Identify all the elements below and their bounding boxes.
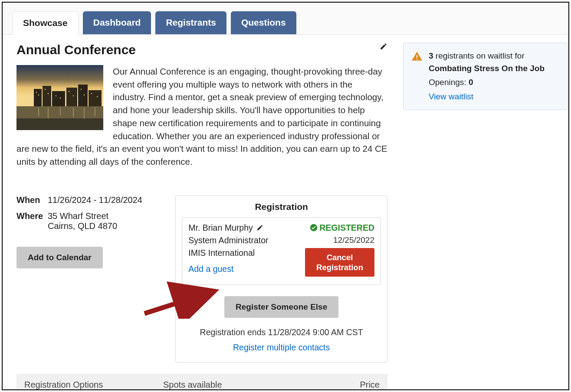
svg-rect-9: [36, 92, 37, 93]
registration-ends: Registration ends 11/28/2024 9:00 AM CST: [182, 327, 381, 337]
waitlist-count: 3: [429, 51, 433, 60]
edit-event-icon[interactable]: [380, 42, 387, 50]
waitlist-alert: 3 registrants on waitlist for Combating …: [403, 42, 568, 110]
tab-bar: Showcase Dashboard Registrants Questions: [3, 3, 568, 35]
svg-rect-14: [60, 98, 61, 98]
tab-dashboard[interactable]: Dashboard: [83, 11, 151, 34]
register-someone-else-button[interactable]: Register Someone Else: [224, 296, 338, 318]
svg-rect-16: [73, 95, 74, 96]
svg-rect-4: [43, 86, 51, 106]
svg-rect-13: [56, 95, 56, 96]
registration-date: 12/25/2022: [333, 235, 374, 245]
registration-status: REGISTERED: [319, 223, 374, 233]
waitlist-count-suffix: registrants on waitlist for: [436, 51, 525, 60]
svg-rect-24: [73, 108, 74, 117]
svg-rect-15: [69, 91, 69, 92]
cancel-registration-button[interactable]: Cancel Registration: [305, 248, 374, 277]
event-image: [16, 65, 103, 130]
add-guest-link[interactable]: Add a guest: [188, 264, 233, 274]
warning-icon: [411, 51, 423, 62]
tab-showcase[interactable]: Showcase: [12, 11, 79, 35]
waitlist-openings-label: Openings:: [429, 78, 466, 87]
svg-rect-25: [84, 108, 85, 119]
event-title: Annual Conference: [16, 42, 136, 57]
svg-rect-11: [45, 89, 46, 90]
registrant-org: IMIS International: [188, 248, 255, 258]
edit-registrant-icon[interactable]: [256, 224, 263, 231]
tab-registrants[interactable]: Registrants: [155, 11, 226, 34]
add-to-calendar-button[interactable]: Add to Calendar: [16, 247, 103, 268]
register-multiple-link[interactable]: Register multiple contacts: [182, 343, 381, 353]
where-line1: 35 Wharf Street: [48, 211, 117, 221]
check-circle-icon: [310, 224, 318, 232]
col-registration-options: Registration Options: [24, 380, 163, 390]
col-spots-available: Spots available: [163, 380, 336, 390]
where-line2: Cairns, QLD 4870: [48, 221, 117, 231]
svg-rect-3: [34, 89, 42, 106]
svg-rect-19: [91, 93, 92, 94]
svg-rect-12: [48, 93, 49, 94]
view-waitlist-link[interactable]: View waitlist: [429, 91, 473, 103]
svg-rect-8: [89, 90, 102, 106]
registrant-role: System Administrator: [188, 235, 268, 245]
waitlist-subject: Combating Stress On the Job: [429, 64, 545, 73]
svg-rect-6: [66, 88, 77, 106]
svg-rect-20: [97, 96, 98, 97]
tab-questions[interactable]: Questions: [231, 11, 296, 34]
svg-rect-22: [48, 108, 49, 118]
svg-rect-26: [95, 108, 95, 116]
svg-rect-18: [84, 95, 85, 95]
registration-card: Registration Mr. Brian Murphy REGISTERED: [175, 195, 387, 363]
svg-rect-23: [60, 108, 61, 115]
svg-rect-29: [417, 59, 417, 59]
svg-rect-5: [52, 91, 65, 106]
svg-rect-28: [417, 55, 417, 58]
registration-heading: Registration: [182, 202, 381, 212]
waitlist-openings: 0: [469, 78, 473, 87]
when-label: When: [16, 195, 48, 205]
svg-rect-10: [38, 95, 39, 95]
when-value: 11/26/2024 - 11/28/2024: [48, 195, 142, 205]
registrant-name: Mr. Brian Murphy: [188, 223, 253, 233]
svg-rect-7: [78, 85, 88, 106]
registration-options-header: Registration Options Spots available Pri…: [16, 374, 387, 390]
svg-rect-21: [38, 108, 39, 116]
col-price: Price: [336, 380, 380, 390]
svg-rect-17: [81, 89, 82, 90]
where-label: Where: [16, 211, 48, 231]
